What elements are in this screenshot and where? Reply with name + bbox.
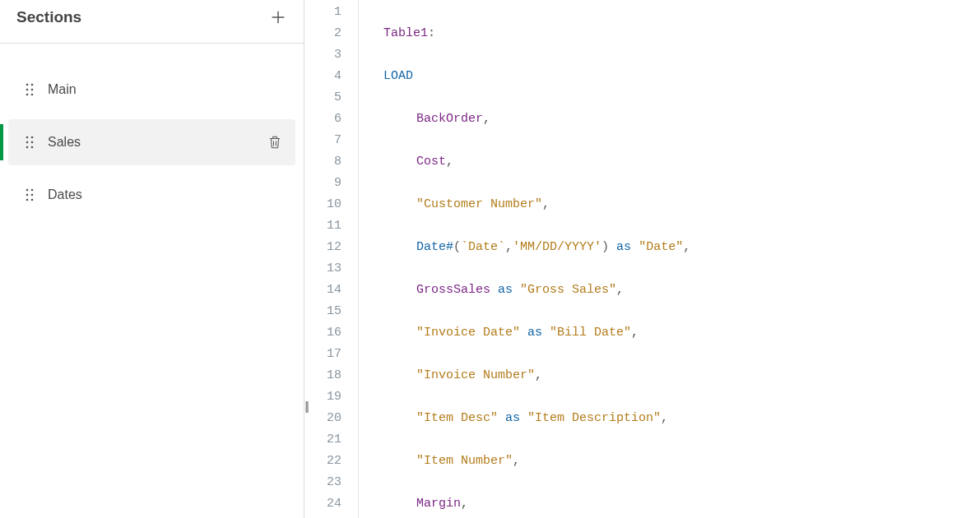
line-number: 4 — [304, 66, 358, 87]
token: , — [661, 411, 668, 425]
token: Date# — [416, 240, 453, 254]
svg-point-6 — [26, 94, 29, 96]
token: as — [527, 326, 542, 340]
token: , — [505, 240, 513, 254]
token: ( — [453, 240, 461, 254]
token: BackOrder — [416, 112, 483, 126]
token: `Date` — [461, 240, 505, 254]
line-number: 10 — [304, 194, 358, 215]
token: Table1 — [383, 26, 428, 40]
token: , — [483, 112, 490, 126]
line-number: 9 — [304, 173, 358, 194]
line-number: 13 — [304, 258, 358, 280]
section-label: Sales — [48, 135, 267, 150]
line-number: 5 — [304, 87, 358, 109]
sections-sidebar: Sections Main Sales — [0, 0, 304, 518]
line-number: 21 — [304, 429, 358, 451]
svg-point-20 — [26, 199, 29, 201]
token: "Item Number" — [416, 454, 513, 468]
svg-point-7 — [31, 94, 34, 96]
line-number: 18 — [304, 365, 358, 386]
line-number: 20 — [304, 408, 358, 429]
token — [520, 326, 527, 340]
section-label: Dates — [48, 187, 286, 202]
svg-point-10 — [26, 141, 29, 144]
token: , — [542, 197, 550, 211]
line-gutter: 1 2 3 4 5 6 7 8 9 10 11 12 13 14 15 16 1… — [304, 0, 359, 518]
token: ) — [601, 240, 616, 254]
token: , — [616, 283, 624, 297]
token: "Bill Date" — [550, 326, 631, 340]
token: Cost — [416, 155, 446, 169]
section-item-main[interactable]: Main — [8, 67, 295, 113]
line-number: 15 — [304, 301, 358, 322]
token — [490, 283, 498, 297]
line-number: 12 — [304, 237, 358, 258]
drag-handle-icon[interactable] — [25, 82, 35, 97]
line-number: 2 — [304, 23, 358, 44]
sidebar-title: Sections — [16, 8, 81, 26]
svg-point-5 — [31, 89, 34, 91]
token: Margin — [416, 497, 461, 511]
line-number: 8 — [304, 151, 358, 173]
svg-point-2 — [26, 84, 29, 86]
token: 'MM/DD/YYYY' — [513, 240, 601, 254]
token: , — [683, 240, 690, 254]
svg-point-17 — [31, 189, 34, 192]
splitter-handle-icon[interactable]: || — [304, 399, 308, 413]
svg-point-4 — [26, 89, 29, 91]
token — [498, 411, 505, 425]
token: "Customer Number" — [416, 197, 542, 211]
token: , — [535, 368, 542, 382]
token: : — [428, 26, 435, 40]
svg-point-18 — [26, 194, 29, 197]
code-editor[interactable]: 1 2 3 4 5 6 7 8 9 10 11 12 13 14 15 16 1… — [304, 0, 980, 518]
svg-point-12 — [26, 146, 29, 149]
token — [513, 283, 520, 297]
section-item-sales[interactable]: Sales — [8, 119, 295, 165]
svg-point-11 — [31, 141, 34, 144]
token: "Item Desc" — [416, 411, 498, 425]
svg-point-21 — [31, 199, 34, 201]
token — [631, 240, 639, 254]
token — [520, 411, 527, 425]
svg-point-9 — [31, 136, 34, 139]
line-number: 22 — [304, 451, 358, 472]
token: "Item Description" — [527, 411, 661, 425]
section-label: Main — [48, 82, 286, 97]
token — [542, 326, 550, 340]
line-number: 24 — [304, 493, 358, 515]
svg-point-13 — [31, 146, 34, 149]
line-number: 17 — [304, 344, 358, 365]
sections-list: Main Sales Dates — [0, 44, 304, 224]
token: , — [446, 155, 453, 169]
line-number: 6 — [304, 109, 358, 130]
delete-section-button[interactable] — [267, 134, 282, 150]
line-number: 19 — [304, 386, 358, 408]
token: LOAD — [383, 69, 413, 83]
line-number: 23 — [304, 472, 358, 493]
svg-point-3 — [31, 84, 34, 86]
token: "Date" — [639, 240, 683, 254]
line-number: 14 — [304, 280, 358, 301]
svg-point-19 — [31, 194, 34, 197]
token: as — [498, 283, 513, 297]
token: , — [631, 326, 639, 340]
drag-handle-icon[interactable] — [25, 135, 35, 150]
line-number: 7 — [304, 130, 358, 151]
drag-handle-icon[interactable] — [25, 187, 35, 202]
token: "Gross Sales" — [520, 283, 616, 297]
line-number: 11 — [304, 215, 358, 237]
code-area[interactable]: Table1: LOAD BackOrder, Cost, "Customer … — [359, 0, 980, 518]
svg-point-8 — [26, 136, 29, 139]
line-number: 16 — [304, 322, 358, 344]
sidebar-header: Sections — [0, 0, 304, 44]
section-item-dates[interactable]: Dates — [8, 172, 295, 218]
token: GrossSales — [416, 283, 490, 297]
add-section-button[interactable] — [269, 8, 287, 26]
line-number: 1 — [304, 2, 358, 23]
token: "Invoice Date" — [416, 326, 520, 340]
token: , — [461, 497, 468, 511]
svg-point-16 — [26, 189, 29, 192]
token: as — [616, 240, 631, 254]
